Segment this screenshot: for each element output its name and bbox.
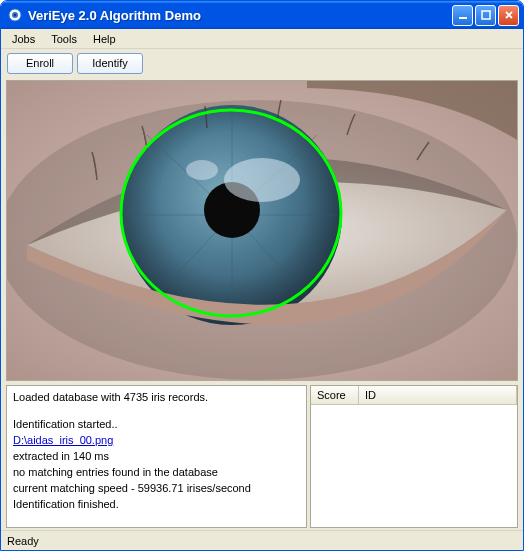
eye-image-viewport[interactable] xyxy=(6,80,518,381)
window-buttons xyxy=(452,5,519,26)
results-panel: Score ID xyxy=(310,385,518,528)
maximize-button[interactable] xyxy=(475,5,496,26)
results-body[interactable] xyxy=(311,405,517,527)
enroll-button[interactable]: Enroll xyxy=(7,53,73,74)
log-line: Identification started.. xyxy=(13,417,300,433)
log-panel[interactable]: Loaded database with 4735 iris records. … xyxy=(6,385,307,528)
log-line: extracted in 140 ms xyxy=(13,449,300,465)
menu-help[interactable]: Help xyxy=(86,31,123,47)
app-icon xyxy=(7,7,23,23)
log-line: current matching speed - 59936.71 irises… xyxy=(13,481,300,497)
titlebar[interactable]: VeriEye 2.0 Algorithm Demo xyxy=(1,1,523,29)
column-id[interactable]: ID xyxy=(359,386,517,405)
menubar: Jobs Tools Help xyxy=(1,29,523,49)
svg-point-2 xyxy=(14,14,16,16)
window-title: VeriEye 2.0 Algorithm Demo xyxy=(28,8,452,23)
close-button[interactable] xyxy=(498,5,519,26)
app-window: VeriEye 2.0 Algorithm Demo Jobs Tools He… xyxy=(0,0,524,551)
column-score[interactable]: Score xyxy=(311,386,359,405)
statusbar: Ready xyxy=(1,530,523,550)
svg-point-18 xyxy=(224,158,300,202)
menu-jobs[interactable]: Jobs xyxy=(5,31,42,47)
menu-tools[interactable]: Tools xyxy=(44,31,84,47)
svg-point-19 xyxy=(186,160,218,180)
log-line: Loaded database with 4735 iris records. xyxy=(13,390,300,406)
toolbar: Enroll Identify xyxy=(1,49,523,77)
eye-image xyxy=(7,81,517,380)
svg-rect-3 xyxy=(459,17,467,19)
results-header: Score ID xyxy=(311,386,517,405)
identify-button[interactable]: Identify xyxy=(77,53,143,74)
status-text: Ready xyxy=(7,535,39,547)
log-file-link[interactable]: D:\aidas_iris_00.png xyxy=(13,434,113,446)
minimize-button[interactable] xyxy=(452,5,473,26)
log-line: no matching entries found in the databas… xyxy=(13,465,300,481)
svg-rect-4 xyxy=(482,11,490,19)
log-line: Identification finished. xyxy=(13,497,300,513)
bottom-panels: Loaded database with 4735 iris records. … xyxy=(6,385,518,528)
